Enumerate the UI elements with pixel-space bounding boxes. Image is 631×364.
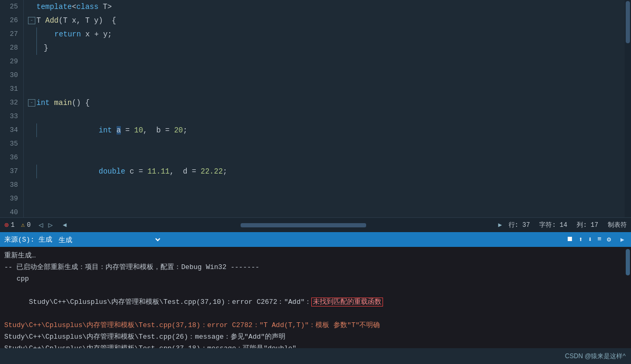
build-label: 生成	[39, 235, 52, 244]
watermark: CSDN @猿来是这样^	[565, 352, 626, 361]
error-number: 1	[11, 222, 14, 229]
code-line-29	[28, 55, 625, 96]
code-line-33	[28, 192, 625, 217]
source-label: 来源(S):	[4, 235, 34, 244]
output-line-5: Study\C++\Cplusplus\内存管理和模板\Test.cpp(37,…	[4, 320, 620, 331]
output-line-7: Study\C++\Cplusplus\内存管理和模板\Test.cpp(37,…	[4, 343, 620, 348]
char-indicator: 字符: 14	[539, 221, 567, 229]
status-bar: ⊗ 1 ⚠ 0 ◁ ▷ ◀ ▶ 行: 37 字符: 14 列: 17 制表符	[0, 217, 631, 232]
toolbar-controls: ⏹ ⬆ ⬇ ≡ ⚙	[566, 235, 612, 244]
nav-controls: ◁ ▷	[37, 221, 54, 229]
line-numbers: 25 26 27 28 29 30 31 32 33 34 35 36 37 3…	[0, 0, 24, 217]
fold-button-26[interactable]: -	[28, 17, 35, 24]
output-line-2: -- 已启动全部重新生成：项目：内存管理和模板，配置：Debug Win32 -…	[4, 262, 620, 273]
output-scroll-right[interactable]: ▶	[620, 235, 627, 244]
code-line-28: }	[28, 41, 625, 55]
warning-count[interactable]: ⚠ 0	[21, 221, 31, 229]
output-scroll-thumb[interactable]	[626, 249, 630, 275]
nav-forward-button[interactable]: ▷	[47, 221, 54, 229]
error-icon: ⊗	[4, 221, 8, 229]
output-scrollbar[interactable]	[625, 247, 631, 348]
output-line-4: Study\C++\Cplusplus\内存管理和模板\Test.cpp(37,…	[4, 285, 620, 320]
toolbar-btn-5[interactable]: ⚙	[606, 235, 612, 244]
editor-scrollbar[interactable]	[625, 0, 631, 217]
status-right: 行: 37 字符: 14 列: 17 制表符	[509, 221, 627, 229]
scroll-right-btn[interactable]: ▶	[498, 221, 502, 229]
code-lines[interactable]: template<class T> - T Add(T x, T y) { re…	[24, 0, 625, 217]
toolbar-btn-2[interactable]: ⬆	[578, 235, 584, 244]
toolbar-btn-3[interactable]: ⬇	[587, 235, 594, 244]
code-container: 25 26 27 28 29 30 31 32 33 34 35 36 37 3…	[0, 0, 631, 217]
editor-scroll-thumb[interactable]	[626, 1, 630, 43]
fold-button-30[interactable]: -	[28, 99, 35, 107]
code-line-30: - int main() {	[28, 96, 625, 110]
output-line-3: cpp	[4, 273, 620, 285]
output-wrapper: 重新生成… -- 已启动全部重新生成：项目：内存管理和模板，配置：Debug W…	[0, 247, 631, 348]
output-toolbar: 来源(S): 生成 生成 ⏹ ⬆ ⬇ ≡ ⚙ ▶	[0, 232, 631, 247]
horizontal-scroll-thumb[interactable]	[241, 223, 366, 227]
tab-mode: 制表符	[608, 221, 627, 229]
code-line-26: - T Add(T x, T y) {	[28, 14, 625, 27]
code-line-27: return x + y;	[28, 27, 625, 41]
error-count[interactable]: ⊗ 1	[4, 221, 15, 229]
output-line-1: 重新生成…	[4, 250, 620, 262]
code-editor: 25 26 27 28 29 30 31 32 33 34 35 36 37 3…	[0, 0, 631, 232]
row-indicator: 行: 37	[509, 221, 530, 229]
output-panel[interactable]: 重新生成… -- 已启动全部重新生成：项目：内存管理和模板，配置：Debug W…	[0, 247, 625, 348]
scroll-left-btn[interactable]: ◀	[63, 221, 66, 229]
col-indicator: 列: 17	[577, 221, 598, 229]
source-dropdown[interactable]: 生成	[56, 235, 162, 244]
warning-icon: ⚠	[21, 221, 25, 229]
toolbar-btn-4[interactable]: ≡	[596, 235, 603, 244]
output-line-6: Study\C++\Cplusplus\内存管理和模板\Test.cpp(26)…	[4, 331, 620, 343]
nav-back-button[interactable]: ◁	[37, 221, 44, 229]
warning-number: 0	[27, 222, 31, 229]
code-line-32: double c = 11.11, d = 22.22;	[28, 151, 625, 192]
toolbar-btn-1[interactable]: ⏹	[566, 235, 575, 244]
horizontal-scrollbar[interactable]	[73, 223, 492, 227]
code-line-25: template<class T>	[28, 0, 625, 14]
error-highlight: 未找到匹配的重载函数	[311, 298, 383, 306]
code-line-31: int a = 10, b = 20;	[28, 110, 625, 151]
